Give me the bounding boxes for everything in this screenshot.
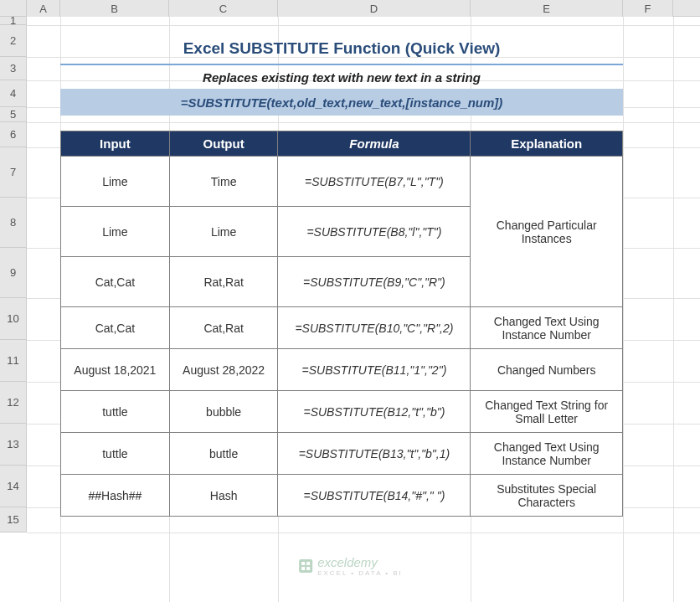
col-header-e[interactable]: E	[471, 0, 623, 17]
cell-output[interactable]: August 28,2022	[169, 349, 278, 391]
cell-input[interactable]: Cat,Cat	[61, 307, 170, 349]
col-header-d[interactable]: D	[278, 0, 471, 17]
th-explanation[interactable]: Explanation	[471, 131, 623, 157]
cell-explanation[interactable]: Changed Numbers	[471, 349, 623, 391]
table-row: ##Hash## Hash =SUBSTITUTE(B14,"#"," ") S…	[61, 475, 623, 517]
table-row: Lime Time =SUBSTITUTE(B7,"L","T") Change…	[61, 157, 623, 207]
cell-formula[interactable]: =SUBSTITUTE(B8,"l","T")	[278, 207, 471, 257]
svg-rect-1	[301, 562, 305, 565]
formula-template: =SUBSTITUTE(text,old_text,new_text,[inst…	[60, 89, 623, 116]
svg-rect-2	[306, 562, 310, 565]
row-header-12[interactable]: 12	[0, 382, 27, 424]
row-header-6[interactable]: 6	[0, 122, 27, 147]
row-header-8[interactable]: 8	[0, 198, 27, 248]
th-input[interactable]: Input	[61, 131, 170, 157]
cell-formula[interactable]: =SUBSTITUTE(B13,"t","b",1)	[278, 433, 471, 475]
watermark-tagline: EXCEL • DATA • BI	[317, 569, 403, 577]
row-header-2[interactable]: 2	[0, 25, 27, 57]
cell-output[interactable]: Cat,Rat	[169, 307, 278, 349]
cell-explanation[interactable]: Substitutes Special Characters	[471, 475, 623, 517]
th-output[interactable]: Output	[169, 131, 278, 157]
cell-formula[interactable]: =SUBSTITUTE(B7,"L","T")	[278, 157, 471, 207]
row-header-5[interactable]: 5	[0, 107, 27, 122]
page-title: Excel SUBSTITUTE Function (Quick View)	[60, 33, 623, 65]
row-header-1[interactable]: 1	[0, 17, 27, 25]
row-header-4[interactable]: 4	[0, 80, 27, 107]
cell-explanation[interactable]: Changed Text Using Instance Number	[471, 307, 623, 349]
cell-formula[interactable]: =SUBSTITUTE(B9,"C","R")	[278, 257, 471, 307]
table-row: tuttle buttle =SUBSTITUTE(B13,"t","b",1)…	[61, 433, 623, 475]
watermark: exceldemy EXCEL • DATA • BI	[297, 555, 403, 577]
cell-explanation[interactable]: Changed Text Using Instance Number	[471, 433, 623, 475]
col-header-f[interactable]: F	[623, 0, 673, 17]
cell-formula[interactable]: =SUBSTITUTE(B11,"1","2")	[278, 349, 471, 391]
cell-explanation[interactable]: Changed Text String for Small Letter	[471, 391, 623, 433]
row-header-3[interactable]: 3	[0, 57, 27, 80]
cell-formula[interactable]: =SUBSTITUTE(B12,"t","b")	[278, 391, 471, 433]
watermark-brand: exceldemy	[317, 555, 403, 569]
cell-output[interactable]: Rat,Rat	[169, 257, 278, 307]
col-header-c[interactable]: C	[169, 0, 278, 17]
cell-output[interactable]: bubble	[169, 391, 278, 433]
data-table: Input Output Formula Explanation Lime Ti…	[60, 131, 623, 517]
cell-output[interactable]: Lime	[169, 207, 278, 257]
row-header-9[interactable]: 9	[0, 248, 27, 298]
cell-input[interactable]: Lime	[61, 157, 170, 207]
col-header-b[interactable]: B	[60, 0, 169, 17]
cell-explanation[interactable]: Changed Particular Instances	[471, 157, 623, 307]
cell-input[interactable]: Lime	[61, 207, 170, 257]
cell-formula[interactable]: =SUBSTITUTE(B10,"C","R",2)	[278, 307, 471, 349]
cell-output[interactable]: Hash	[169, 475, 278, 517]
cell-input[interactable]: tuttle	[61, 433, 170, 475]
row-header-11[interactable]: 11	[0, 340, 27, 382]
table-row: August 18,2021 August 28,2022 =SUBSTITUT…	[61, 349, 623, 391]
cell-formula[interactable]: =SUBSTITUTE(B14,"#"," ")	[278, 475, 471, 517]
row-header-10[interactable]: 10	[0, 298, 27, 340]
row-header-14[interactable]: 14	[0, 466, 27, 507]
table-row: Cat,Cat Cat,Rat =SUBSTITUTE(B10,"C","R",…	[61, 307, 623, 349]
cell-input[interactable]: Cat,Cat	[61, 257, 170, 307]
svg-rect-0	[299, 559, 312, 573]
svg-rect-3	[301, 567, 305, 570]
cell-input[interactable]: tuttle	[61, 391, 170, 433]
table-row: tuttle bubble =SUBSTITUTE(B12,"t","b") C…	[61, 391, 623, 433]
th-formula[interactable]: Formula	[278, 131, 471, 157]
subtitle: Replaces existing text with new text in …	[60, 65, 623, 89]
col-header-a[interactable]: A	[27, 0, 60, 17]
table-header-row: Input Output Formula Explanation	[61, 131, 623, 157]
cell-input[interactable]: August 18,2021	[61, 349, 170, 391]
cell-input[interactable]: ##Hash##	[61, 475, 170, 517]
watermark-icon	[297, 558, 314, 574]
cell-output[interactable]: Time	[169, 157, 278, 207]
row-header-13[interactable]: 13	[0, 424, 27, 466]
row-header-7[interactable]: 7	[0, 147, 27, 198]
cell-output[interactable]: buttle	[169, 433, 278, 475]
row-header-15[interactable]: 15	[0, 507, 27, 533]
svg-rect-4	[306, 567, 310, 570]
